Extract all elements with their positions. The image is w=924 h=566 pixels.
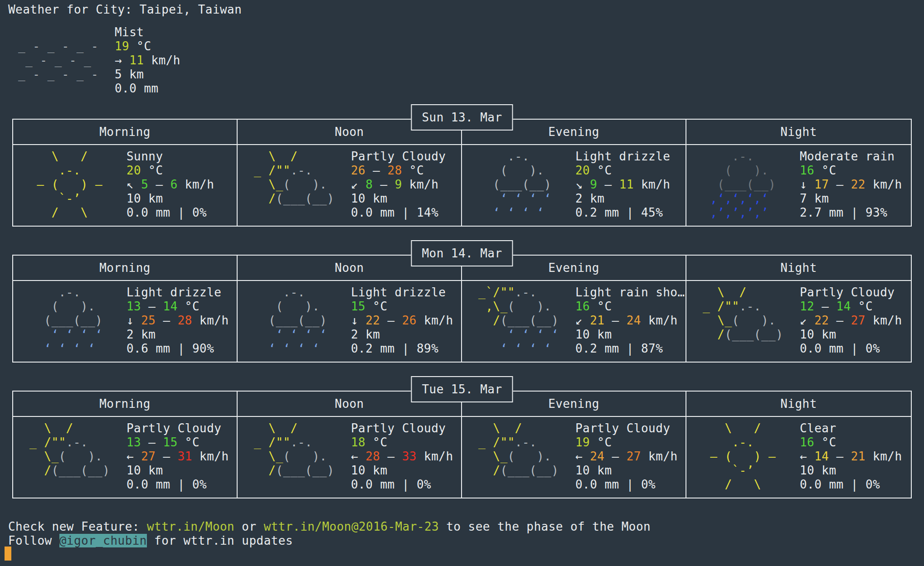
text-segment: ‘ ‘ ‘ ‘ bbox=[247, 328, 327, 341]
text-segment: °C bbox=[590, 164, 612, 177]
text-segment: 15 bbox=[351, 300, 365, 313]
text-segment: – bbox=[141, 435, 163, 449]
text-segment: 12 bbox=[800, 300, 814, 313]
light-drizzle-icon: .-. ( ). (___(__) ‘ ‘ ‘ ‘ ‘ ‘ ‘ ‘ bbox=[22, 285, 102, 356]
text-segment: ← bbox=[351, 450, 365, 463]
text-segment: ‘ ‘ ‘ ‘ bbox=[22, 342, 95, 355]
wttr-terminal: Weather for City: Taipei, Taiwan _ - _ -… bbox=[0, 0, 924, 566]
text-segment: .-. bbox=[739, 300, 761, 313]
partly-cloudy-icon: \ / _ /"".-. \_( ). /(___(__) bbox=[247, 150, 334, 220]
text-segment: °C bbox=[814, 164, 836, 177]
text-segment: 10 km bbox=[575, 328, 612, 341]
forecast-details: Partly Cloudy 19 °C ← 24 – 27 km/h 10 km… bbox=[575, 421, 678, 492]
text-segment: Light drizzle bbox=[351, 285, 446, 299]
text-segment: – bbox=[156, 450, 177, 463]
text-segment: 14 bbox=[836, 300, 851, 313]
text-segment: °C bbox=[178, 435, 199, 449]
text-segment: 19 bbox=[115, 39, 129, 53]
text-segment: ‚‘‚‘‚‘‚‘ bbox=[695, 192, 768, 205]
text-segment: to see the phase of the Moon bbox=[439, 520, 651, 533]
text-segment: ↓ bbox=[800, 178, 814, 191]
text-segment: ‘ ‘ ‘ ‘ bbox=[247, 342, 320, 355]
forecast-day-1: Sun 13. MarMorningNoonEveningNight \ / .… bbox=[12, 119, 912, 227]
text-segment: 5 km bbox=[115, 68, 144, 81]
text-segment: (___(__) bbox=[276, 464, 334, 477]
page-title: Weather for City: Taipei, Taiwan bbox=[8, 3, 242, 17]
forecast-details: Moderate rain 16 °C ↓ 17 – 22 km/h 7 km … bbox=[800, 150, 902, 220]
text-segment: 17 bbox=[814, 178, 829, 191]
text-segment: 0.2 mm | 89% bbox=[351, 342, 438, 355]
text-segment: 2.7 mm | 93% bbox=[800, 206, 887, 219]
text-segment: (___(__) bbox=[500, 464, 559, 477]
text-segment: \ / bbox=[22, 421, 73, 435]
forecast-details: Clear 16 °C ← 14 – 21 km/h 10 km 0.0 mm … bbox=[800, 421, 902, 492]
text-segment: 16 bbox=[575, 300, 590, 313]
footer-feature-line: Check new Feature: wttr.in/Moon or wttr.… bbox=[8, 520, 651, 534]
text-segment: km/h bbox=[417, 450, 453, 463]
text-segment: 16 bbox=[800, 164, 814, 177]
forecast-grid: MorningNoonEveningNight \ / _ /"".-. \_(… bbox=[12, 391, 912, 498]
forecast-grid: MorningNoonEveningNight .-. ( ). (___(__… bbox=[12, 255, 912, 363]
text-segment: _`/"" bbox=[471, 285, 515, 299]
text-segment: 7 km bbox=[800, 192, 829, 205]
text-segment: Sunny bbox=[126, 150, 163, 163]
text-segment: (___(__) bbox=[51, 464, 110, 477]
text-segment: (___(__) bbox=[247, 314, 327, 327]
text-segment: – bbox=[814, 300, 836, 313]
text-segment: 15 bbox=[163, 435, 178, 449]
text-segment: Follow bbox=[8, 534, 59, 547]
text-segment: ↙ bbox=[800, 314, 814, 327]
text-segment: ,\_ bbox=[471, 300, 508, 313]
text-segment: 24 bbox=[627, 314, 641, 327]
text-segment: / \ bbox=[22, 206, 117, 219]
text-segment: 20 bbox=[575, 164, 590, 177]
text-segment: ‚’‚’‚’‚’ bbox=[695, 206, 768, 219]
forecast-cell-noon: \ / _ /"".-. \_( ). /(___(__) Partly Clo… bbox=[238, 417, 462, 498]
text-segment: 0.0 mm | 14% bbox=[351, 206, 438, 219]
forecast-day-2: Mon 14. MarMorningNoonEveningNight .-. (… bbox=[12, 255, 912, 363]
forecast-cell-night: \ / .-. ― ( ) ― `-’ / \ Clear 16 °C ← 14… bbox=[686, 417, 911, 498]
text-segment: \_ bbox=[471, 450, 508, 463]
text-segment: ‘ ‘ ‘ ‘ bbox=[471, 192, 551, 205]
igor-chubin-handle[interactable]: @igor_chubin bbox=[59, 534, 147, 547]
text-segment: _ - _ - _ bbox=[18, 53, 106, 67]
text-segment: – bbox=[148, 178, 170, 191]
forecast-details: Partly Cloudy 12 – 14 °C ↙ 22 – 27 km/h … bbox=[800, 285, 902, 356]
text-segment: Partly Cloudy bbox=[351, 421, 446, 435]
text-segment: 5 bbox=[141, 178, 148, 191]
text-segment: 0.0 mm | 0% bbox=[126, 206, 207, 219]
text-segment: ( ). bbox=[695, 164, 768, 177]
text-segment bbox=[247, 478, 254, 491]
text-segment: 16 bbox=[800, 435, 814, 449]
text-segment: Light rain sho… bbox=[575, 285, 685, 299]
text-segment: ‘ ‘ ‘ ‘ bbox=[471, 328, 559, 341]
text-segment: 10 km bbox=[800, 464, 836, 477]
text-segment: 0.0 mm | 0% bbox=[126, 478, 207, 491]
text-segment: .-. bbox=[247, 285, 305, 299]
text-segment: 0.0 mm | 0% bbox=[351, 478, 431, 491]
text-segment: 11 bbox=[619, 178, 634, 191]
partly-cloudy-icon: \ / _ /"".-. \_( ). /(___(__) bbox=[247, 421, 334, 492]
text-segment: – bbox=[829, 178, 851, 191]
text-segment: °C bbox=[365, 435, 387, 449]
text-segment: ( ). bbox=[508, 300, 552, 313]
moon-link[interactable]: wttr.in/Moon bbox=[147, 520, 234, 533]
text-segment: km/h bbox=[866, 178, 902, 191]
text-segment: 6 bbox=[170, 178, 178, 191]
text-segment: \_ bbox=[695, 314, 732, 327]
text-segment: Check new Feature: bbox=[8, 520, 147, 533]
moon-date-link[interactable]: wttr.in/Moon@2016-Mar-23 bbox=[264, 520, 439, 533]
text-segment: °C bbox=[851, 300, 873, 313]
text-segment: / \ bbox=[695, 478, 790, 491]
light-drizzle-icon: .-. ( ). (___(__) ‘ ‘ ‘ ‘ ‘ ‘ ‘ ‘ bbox=[247, 285, 327, 356]
text-segment: ↖ bbox=[126, 178, 141, 191]
footer-follow-line: Follow @igor_chubin for wttr.in updates bbox=[8, 534, 293, 548]
text-segment: (___(__) bbox=[725, 328, 783, 341]
text-segment: .-. bbox=[515, 285, 537, 299]
column-header-morning: Morning bbox=[13, 120, 238, 145]
forecast-cell-morning: \ / _ /"".-. \_( ). /(___(__) Partly Clo… bbox=[13, 417, 238, 498]
text-segment: \ / bbox=[695, 421, 790, 435]
text-segment: 2 km bbox=[575, 192, 604, 205]
text-segment: ( ). bbox=[732, 314, 776, 327]
forecast-cell-evening: _`/"".-. ,\_( ). /(___(__) ‘ ‘ ‘ ‘ ‘ ‘ ‘… bbox=[462, 281, 686, 362]
